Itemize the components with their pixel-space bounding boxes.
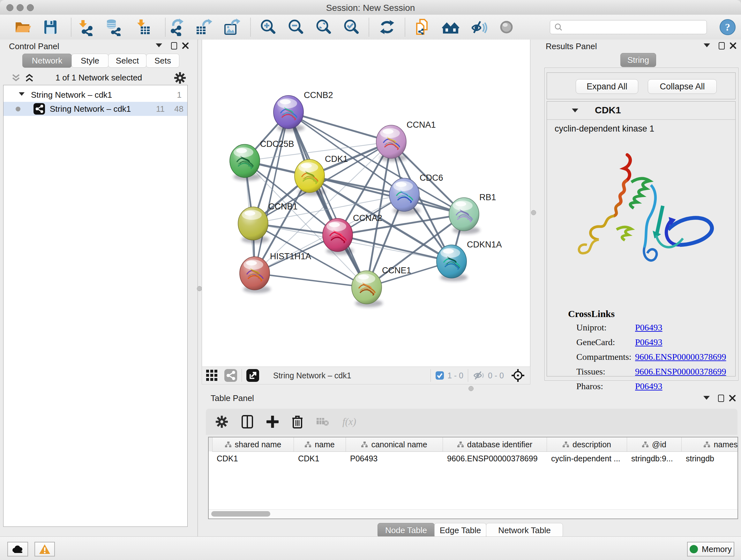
network-node[interactable] <box>240 257 271 293</box>
table-cell[interactable]: 9606.ENSP00000378699 <box>443 451 547 465</box>
expand-all-button[interactable]: Expand All <box>576 79 638 94</box>
network-edge[interactable] <box>255 112 288 273</box>
import-network-from-database-button[interactable] <box>103 18 124 36</box>
float-panel-icon[interactable] <box>719 42 725 50</box>
table-cell[interactable]: CDK1 <box>293 451 346 465</box>
network-edge[interactable] <box>255 273 367 287</box>
table-cell[interactable]: CDK1 <box>212 451 293 465</box>
table-column-header[interactable]: shared name <box>212 437 294 451</box>
warnings-button[interactable] <box>35 542 55 557</box>
gear-icon[interactable] <box>174 72 186 84</box>
network-node[interactable] <box>230 144 261 181</box>
table-column-header[interactable]: namespace <box>682 437 738 451</box>
float-panel-icon[interactable] <box>718 395 724 402</box>
network-node[interactable] <box>389 178 420 214</box>
tab-string[interactable]: String <box>620 53 656 67</box>
refresh-button[interactable] <box>377 18 397 36</box>
import-network-button[interactable] <box>76 18 96 36</box>
network-row-selected[interactable]: String Network – cdk1 11 48 <box>3 102 187 116</box>
network-canvas[interactable]: CCNB2CCNA1CDC25BCDK1CDC6RB1CCNB1CCNA2CDK… <box>202 40 530 366</box>
birdseye-toggle-icon[interactable] <box>511 368 525 382</box>
panel-menu-icon[interactable] <box>156 44 162 47</box>
table-column-header[interactable]: name <box>294 437 346 451</box>
selected-checkbox-icon[interactable] <box>435 371 444 380</box>
table-cell[interactable]: cyclin-dependent ... <box>547 451 627 465</box>
toolbar-search[interactable] <box>550 20 707 34</box>
table-column-header[interactable]: description <box>547 437 627 451</box>
network-node[interactable] <box>323 219 354 255</box>
tab-select[interactable]: Select <box>108 54 146 68</box>
hide-graphics-details-button[interactable] <box>468 18 488 36</box>
clone-network-button[interactable] <box>412 18 432 36</box>
right-splitter-handle[interactable] <box>531 210 536 215</box>
panel-menu-icon[interactable] <box>704 44 710 47</box>
crosslink-link[interactable]: P06493 <box>635 381 663 391</box>
horizontal-scrollbar[interactable] <box>209 509 738 518</box>
open-session-button[interactable] <box>12 18 32 36</box>
save-session-button[interactable] <box>40 18 61 36</box>
network-node[interactable] <box>273 96 305 132</box>
table-column-header[interactable]: database identifier <box>443 437 547 451</box>
tree-expand-icon[interactable] <box>19 92 24 96</box>
close-panel-icon[interactable] <box>182 42 189 49</box>
table-cell[interactable]: stringdb <box>681 451 738 465</box>
table-column-header[interactable]: @id <box>627 437 682 451</box>
network-overview-button[interactable] <box>441 18 461 36</box>
zoom-fit-button[interactable] <box>313 18 334 36</box>
network-node[interactable] <box>449 198 480 234</box>
crosslink-link[interactable]: 9606.ENSP00000378699 <box>635 352 726 362</box>
show-graphics-details-button[interactable] <box>496 18 517 36</box>
crosslink-link[interactable]: P06493 <box>635 322 663 333</box>
tab-sets[interactable]: Sets <box>146 54 179 68</box>
network-view[interactable]: CCNB2CCNA1CDC25BCDK1CDC6RB1CCNB1CCNA2CDK… <box>202 40 530 367</box>
panel-menu-icon[interactable] <box>703 396 710 400</box>
collapse-all-button[interactable]: Collapse All <box>648 79 717 94</box>
crosslink-link[interactable]: 9606.ENSP00000378699 <box>635 367 726 377</box>
network-collection-row[interactable]: String Network – cdk1 1 <box>3 88 187 102</box>
network-node[interactable] <box>376 125 407 162</box>
close-panel-icon[interactable] <box>729 395 736 401</box>
float-panel-icon[interactable] <box>171 42 177 50</box>
table-column-header[interactable]: canonical name <box>346 437 443 451</box>
help-button[interactable]: ? <box>718 18 738 36</box>
table-cell[interactable]: stringdb:9... <box>627 451 681 465</box>
close-panel-icon[interactable] <box>730 42 737 49</box>
network-node[interactable] <box>238 207 269 243</box>
open-in-new-window-icon[interactable] <box>246 369 259 382</box>
export-image-button[interactable] <box>221 18 242 36</box>
horizontal-splitter-handle[interactable] <box>468 386 474 391</box>
crosslink-link[interactable]: P06493 <box>635 337 663 348</box>
scrollbar-thumb[interactable] <box>211 511 270 516</box>
tab-network[interactable]: Network <box>22 54 72 68</box>
search-input[interactable] <box>563 22 698 32</box>
memory-button[interactable]: Memory <box>687 542 734 557</box>
network-node[interactable] <box>352 271 383 307</box>
table-row[interactable]: CDK1CDK1P064939606.ENSP00000378699cyclin… <box>209 451 738 465</box>
network-node[interactable] <box>294 159 326 196</box>
show-columns-icon[interactable] <box>242 415 253 428</box>
section-collapse-icon[interactable] <box>572 109 578 112</box>
right-splitter[interactable] <box>530 40 538 392</box>
gene-section-header[interactable]: CDK1 <box>547 102 735 120</box>
tab-node-table[interactable]: Node Table <box>378 523 434 538</box>
zoom-out-button[interactable] <box>286 18 306 36</box>
left-splitter[interactable] <box>198 40 202 392</box>
export-network-button[interactable] <box>166 18 187 36</box>
share-view-icon[interactable] <box>224 369 237 382</box>
tab-network-table[interactable]: Network Table <box>486 523 563 538</box>
zoom-selected-button[interactable] <box>341 18 361 36</box>
cloud-status-button[interactable] <box>7 542 28 557</box>
network-node[interactable] <box>436 245 468 281</box>
left-splitter-handle[interactable] <box>197 286 202 291</box>
hidden-eye-icon[interactable] <box>473 371 485 380</box>
import-table-button[interactable] <box>132 18 153 36</box>
export-table-button[interactable] <box>193 18 214 36</box>
birdseye-grid-icon[interactable] <box>206 369 218 381</box>
add-column-icon[interactable] <box>266 416 279 428</box>
delete-column-icon[interactable] <box>292 415 303 428</box>
table-cell[interactable]: P06493 <box>346 451 443 465</box>
tab-edge-table[interactable]: Edge Table <box>434 523 486 538</box>
network-edge[interactable] <box>338 235 452 261</box>
zoom-in-button[interactable] <box>258 18 278 36</box>
table-options-gear-icon[interactable] <box>215 415 228 428</box>
